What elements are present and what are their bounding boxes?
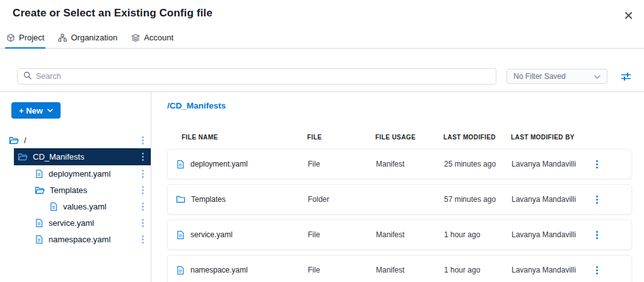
search-box xyxy=(17,68,496,85)
chevron-down-icon xyxy=(47,109,53,112)
tree-item[interactable]: Templates xyxy=(0,182,151,198)
tree-item-menu-icon[interactable] xyxy=(142,235,151,244)
tree-item-label: namespace.yaml xyxy=(49,235,110,244)
tree-item-menu-icon[interactable] xyxy=(142,170,151,178)
folder-icon xyxy=(176,195,185,204)
folder-open-icon xyxy=(9,136,19,145)
table-header-row: FILE NAME FILE FILE USAGE LAST MODIFIED … xyxy=(167,134,632,141)
tree-item[interactable]: deployment.yaml xyxy=(0,165,151,182)
tree-item[interactable]: service.yaml xyxy=(0,214,151,231)
saved-filter-dropdown[interactable]: No Filter Saved xyxy=(506,69,607,84)
tree-item-label: Templates xyxy=(50,185,87,195)
filter-sliders-icon[interactable] xyxy=(619,70,632,83)
tab-label: Organization xyxy=(71,33,117,42)
search-input[interactable] xyxy=(36,72,490,81)
file-icon xyxy=(35,235,44,244)
file-name: namespace.yaml xyxy=(190,266,248,274)
tree-item-menu-icon[interactable] xyxy=(142,186,151,194)
last-modified: 1 hour ago xyxy=(444,230,512,239)
last-modified: 1 hour ago xyxy=(444,266,512,274)
file-table-panel: /CD_Manifests FILE NAME FILE FILE USAGE … xyxy=(151,92,644,282)
folder-open-icon xyxy=(35,185,45,195)
breadcrumb[interactable]: /CD_Manifests xyxy=(167,101,632,110)
tree-item-menu-icon[interactable] xyxy=(142,136,151,144)
file-icon xyxy=(35,169,44,179)
close-icon[interactable] xyxy=(621,8,635,22)
tab-label: Account xyxy=(144,33,173,42)
chevron-down-icon xyxy=(594,72,600,81)
row-menu-icon[interactable] xyxy=(592,193,602,206)
new-button-label: + New xyxy=(19,106,43,115)
file-icon xyxy=(176,266,185,275)
file-usage: Manifest xyxy=(376,230,444,239)
tab-project[interactable]: Project xyxy=(5,30,45,48)
file-type: File xyxy=(308,266,376,274)
tree-item-label: CD_Manifests xyxy=(33,152,85,162)
tree-item[interactable]: / xyxy=(0,132,151,148)
file-type: Folder xyxy=(308,195,376,204)
column-header-last-modified: LAST MODIFIED xyxy=(443,134,511,141)
file-icon xyxy=(49,202,58,211)
tab-account[interactable]: Account xyxy=(130,30,175,48)
account-icon xyxy=(131,33,140,42)
file-icon xyxy=(176,230,185,240)
file-type: File xyxy=(308,160,376,168)
page-title: Create or Select an Existing Config file xyxy=(13,7,213,20)
file-icon xyxy=(176,160,185,169)
organization-icon xyxy=(58,33,67,42)
tree-item-menu-icon[interactable] xyxy=(142,219,151,227)
tree-item-label: / xyxy=(24,136,26,145)
last-modified-by: Lavanya Mandavilli xyxy=(512,266,592,274)
tab-organization[interactable]: Organization xyxy=(57,30,119,48)
file-name: Templates xyxy=(191,195,226,204)
last-modified-by: Lavanya Mandavilli xyxy=(512,195,592,204)
tree-item[interactable]: values.yaml xyxy=(0,198,151,214)
last-modified-by: Lavanya Mandavilli xyxy=(512,160,592,168)
table-row[interactable]: namespace.yaml File Manifest 1 hour ago … xyxy=(167,255,632,282)
row-menu-icon[interactable] xyxy=(592,158,602,171)
scope-tabs: Project Organization Account xyxy=(0,30,644,49)
dialog-body: + New / CD_Manifests deployment.yaml xyxy=(0,91,644,282)
file-icon xyxy=(35,218,44,228)
file-usage: Manifest xyxy=(376,160,444,168)
file-tree: / CD_Manifests deployment.yaml Templates xyxy=(0,132,151,247)
folder-open-icon xyxy=(18,152,28,162)
tree-item-label: deployment.yaml xyxy=(49,169,110,179)
file-name: service.yaml xyxy=(190,230,233,239)
file-table-body: deployment.yaml File Manifest 25 minutes… xyxy=(167,149,632,282)
dialog-header: Create or Select an Existing Config file xyxy=(0,0,644,22)
tree-item-menu-icon[interactable] xyxy=(142,153,151,161)
tree-item-menu-icon[interactable] xyxy=(142,203,151,211)
column-header-file-name: FILE NAME xyxy=(167,134,307,141)
table-row[interactable]: service.yaml File Manifest 1 hour ago La… xyxy=(167,220,632,250)
tree-item[interactable]: namespace.yaml xyxy=(0,231,151,247)
last-modified-by: Lavanya Mandavilli xyxy=(512,230,592,239)
new-button[interactable]: + New xyxy=(11,102,61,119)
table-row[interactable]: Templates Folder 57 minutes ago Lavanya … xyxy=(167,184,632,214)
tree-item-label: values.yaml xyxy=(63,202,107,211)
column-header-file: FILE xyxy=(307,134,375,141)
tree-item[interactable]: CD_Manifests xyxy=(14,148,151,165)
tree-item-label: service.yaml xyxy=(49,218,94,228)
toolbar: No Filter Saved xyxy=(0,49,644,85)
tab-label: Project xyxy=(19,33,44,42)
search-icon xyxy=(23,71,32,82)
table-row[interactable]: deployment.yaml File Manifest 25 minutes… xyxy=(167,149,632,179)
file-type: File xyxy=(308,230,376,239)
last-modified: 25 minutes ago xyxy=(444,160,512,168)
column-header-file-usage: FILE USAGE xyxy=(375,134,443,141)
column-header-last-modified-by: LAST MODIFIED BY xyxy=(511,134,592,141)
file-usage: Manifest xyxy=(376,266,444,274)
project-icon xyxy=(6,33,15,42)
row-menu-icon[interactable] xyxy=(592,228,602,242)
saved-filter-value: No Filter Saved xyxy=(513,72,566,81)
file-name: deployment.yaml xyxy=(190,160,248,168)
last-modified: 57 minutes ago xyxy=(444,195,512,204)
row-menu-icon[interactable] xyxy=(592,264,602,277)
file-store-sidebar: + New / CD_Manifests deployment.yaml xyxy=(0,92,151,282)
